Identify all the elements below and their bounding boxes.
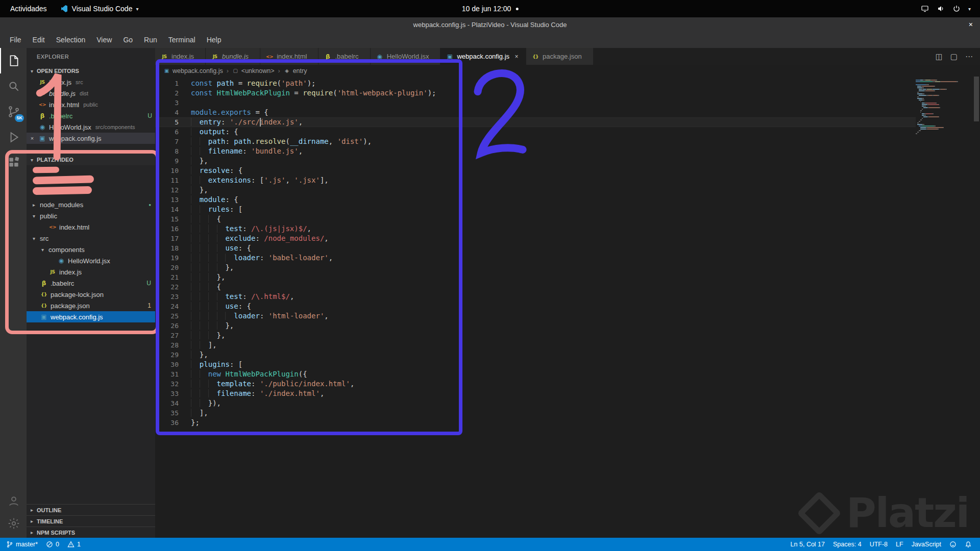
tree-item-package.json[interactable]: {}package.json1: [27, 300, 155, 311]
status-encoding[interactable]: UTF-8: [866, 538, 892, 551]
tree-item-public[interactable]: ▾public: [27, 210, 155, 221]
status-notifications[interactable]: [961, 538, 976, 551]
menu-file[interactable]: File: [4, 32, 27, 48]
tab-bundle.js[interactable]: JSbundle.js: [206, 48, 260, 65]
activity-account[interactable]: [0, 490, 27, 512]
code-line-24[interactable]: 24 use: {: [155, 302, 916, 311]
code-line-6[interactable]: 6 output: {: [155, 127, 916, 137]
editor[interactable]: 1const path = require('path');2const Htm…: [155, 77, 980, 538]
code-line-20[interactable]: 20 },: [155, 263, 916, 272]
code-line-23[interactable]: 23 test: /\.html$/,: [155, 292, 916, 302]
code-line-3[interactable]: 3: [155, 98, 916, 108]
minimap[interactable]: [916, 77, 973, 538]
close-icon[interactable]: ×: [512, 53, 521, 60]
tab-index.js[interactable]: JSindex.js: [155, 48, 206, 65]
code-line-22[interactable]: 22 {: [155, 282, 916, 292]
editor-scrollbar[interactable]: [973, 77, 980, 538]
code-line-1[interactable]: 1const path = require('path');: [155, 79, 916, 88]
scrollbar-thumb[interactable]: [974, 77, 979, 121]
status-warnings[interactable]: 1: [63, 538, 85, 551]
open-editor-.babelrc[interactable]: β.babelrcU: [27, 110, 155, 121]
status-indentation[interactable]: Spaces: 4: [829, 538, 866, 551]
tree-item-index.html[interactable]: <>index.html: [27, 221, 155, 233]
breadcrumb-item-1[interactable]: ▣webpack.config.js: [163, 67, 223, 74]
tab-index.html[interactable]: <>index.html: [260, 48, 318, 65]
breadcrumb-item-3[interactable]: ◈entry: [284, 67, 307, 74]
tab-webpack.config.js[interactable]: ▣webpack.config.js×: [440, 48, 526, 65]
open-editor-index.html[interactable]: <>index.htmlpublic: [27, 99, 155, 110]
code-line-25[interactable]: 25 loader: 'html-loader',: [155, 311, 916, 321]
code-line-13[interactable]: 13 module: {: [155, 195, 916, 205]
activity-source-control[interactable]: 5K: [0, 99, 27, 124]
activity-search[interactable]: [0, 73, 27, 99]
code-line-27[interactable]: 27 },: [155, 331, 916, 340]
code-line-30[interactable]: 30 plugins: [: [155, 360, 916, 369]
open-editors-header[interactable]: ▾ OPEN EDITORS: [27, 65, 155, 77]
status-errors[interactable]: 0: [42, 538, 63, 551]
code-line-8[interactable]: 8 filename: 'bundle.js',: [155, 146, 916, 156]
activities-button[interactable]: Actividades: [8, 4, 49, 14]
tree-item-HelloWorld.jsx[interactable]: ◉HelloWorld.jsx: [27, 255, 155, 266]
status-language[interactable]: JavaScript: [908, 538, 945, 551]
code-line-7[interactable]: 7 path: path.resolve(__dirname, 'dist'),: [155, 137, 916, 146]
tab-.babelrc[interactable]: β.babelrc: [318, 48, 370, 65]
code-line-4[interactable]: 4module.exports = {: [155, 108, 916, 117]
code-line-26[interactable]: 26 },: [155, 321, 916, 331]
open-editor-HelloWorld.jsx[interactable]: ◉HelloWorld.jsxsrc/components: [27, 121, 155, 133]
code-line-35[interactable]: 35 ],: [155, 408, 916, 418]
menu-selection[interactable]: Selection: [51, 32, 91, 48]
activity-settings[interactable]: [0, 512, 27, 535]
section-npm-scripts[interactable]: ▸NPM SCRIPTS: [27, 527, 155, 538]
menu-terminal[interactable]: Terminal: [163, 32, 201, 48]
section-outline[interactable]: ▸OUTLINE: [27, 504, 155, 515]
menu-go[interactable]: Go: [117, 32, 138, 48]
code-line-36[interactable]: 36};: [155, 418, 916, 428]
tree-item-src[interactable]: ▾src: [27, 233, 155, 244]
code-line-31[interactable]: 31 new HtmlWebPackPlugin({: [155, 369, 916, 379]
code-line-15[interactable]: 15 {: [155, 214, 916, 224]
status-feedback[interactable]: [945, 538, 961, 551]
open-editor-index.js[interactable]: JSindex.jssrc: [27, 77, 155, 88]
code-line-14[interactable]: 14 rules: [: [155, 205, 916, 214]
tree-item-package-lock.json[interactable]: {}package-lock.json: [27, 289, 155, 300]
code-line-9[interactable]: 9 },: [155, 156, 916, 166]
code-line-28[interactable]: 28 ],: [155, 340, 916, 350]
menu-help[interactable]: Help: [201, 32, 227, 48]
code-line-19[interactable]: 19 loader: 'babel-loader',: [155, 253, 916, 263]
app-menu[interactable]: Visual Studio Code ▾: [60, 5, 139, 13]
activity-explorer[interactable]: [0, 48, 27, 73]
status-eol[interactable]: LF: [892, 538, 908, 551]
window-close-button[interactable]: ×: [969, 17, 973, 32]
code-line-21[interactable]: 21 },: [155, 272, 916, 282]
code-line-11[interactable]: 11 extensions: ['.js', '.jsx'],: [155, 176, 916, 185]
code-line-17[interactable]: 17 exclude: /node_modules/,: [155, 234, 916, 243]
tree-item-components[interactable]: ▾components: [27, 244, 155, 255]
tab-HelloWorld.jsx[interactable]: ◉HelloWorld.jsx: [371, 48, 441, 65]
tree-item-webpack.config.js[interactable]: ▣webpack.config.js: [27, 311, 155, 322]
menu-run[interactable]: Run: [138, 32, 163, 48]
activity-run-debug[interactable]: [0, 124, 27, 150]
clock[interactable]: 10 de jun 12:00: [462, 5, 511, 13]
project-section-header[interactable]: ▾ PLATZIVIDEO: [27, 154, 155, 165]
menu-view[interactable]: View: [91, 32, 117, 48]
volume-icon[interactable]: [937, 5, 945, 13]
code-line-34[interactable]: 34 }),: [155, 398, 916, 408]
section-timeline[interactable]: ▸TIMELINE: [27, 515, 155, 527]
power-icon[interactable]: [952, 5, 961, 13]
tree-item-index.js[interactable]: JSindex.js: [27, 266, 155, 278]
code-line-12[interactable]: 12 },: [155, 185, 916, 195]
open-editor-webpack.config.js[interactable]: ×▣webpack.config.js: [27, 133, 155, 144]
display-icon[interactable]: [921, 5, 929, 13]
code-line-18[interactable]: 18 use: {: [155, 243, 916, 253]
code-line-33[interactable]: 33 filename: './index.html',: [155, 389, 916, 398]
activity-extensions[interactable]: [0, 150, 27, 176]
split-editor-icon[interactable]: ◫: [936, 52, 943, 61]
code-line-5[interactable]: 5 entry: './src/index.js',: [155, 117, 916, 127]
code-line-29[interactable]: 29 },: [155, 350, 916, 360]
tab-package.json[interactable]: {}package.json: [526, 48, 594, 65]
code-line-16[interactable]: 16 test: /\.(js|jsx)$/,: [155, 224, 916, 234]
status-branch[interactable]: master*: [2, 538, 42, 551]
menu-edit[interactable]: Edit: [27, 32, 51, 48]
breadcrumb-item-2[interactable]: ▢<unknown>: [232, 67, 275, 74]
toggle-layout-icon[interactable]: ▢: [950, 52, 958, 61]
